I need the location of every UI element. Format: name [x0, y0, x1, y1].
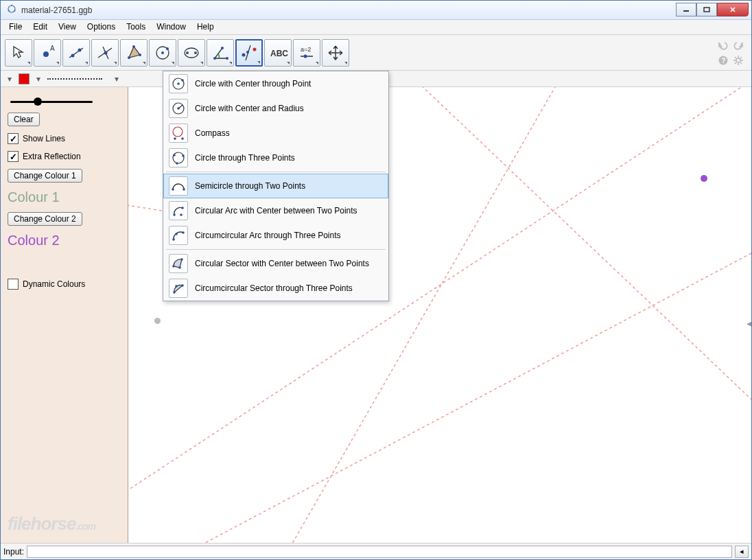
svg-point-26	[213, 57, 216, 60]
svg-text:A: A	[50, 45, 55, 52]
tool-slider[interactable]: a=2	[293, 39, 320, 67]
menu-help[interactable]: Help	[191, 20, 220, 34]
change-colour-1-button[interactable]: Change Colour 1	[8, 169, 82, 183]
show-lines-checkbox[interactable]: Show Lines	[8, 133, 121, 144]
svg-point-19	[139, 54, 141, 56]
dd-label: Circumcircular Sector through Three Poin…	[195, 283, 353, 293]
menu-file[interactable]: File	[3, 20, 27, 34]
tool-point[interactable]: A	[34, 39, 61, 67]
svg-point-31	[253, 47, 257, 51]
svg-line-45	[740, 62, 742, 64]
change-colour-2-button[interactable]: Change Colour 2	[8, 212, 82, 226]
dd-circumcircular-sector[interactable]: Circumcircular Sector through Three Poin…	[163, 276, 388, 301]
menu-tools[interactable]: Tools	[121, 20, 151, 34]
svg-point-0	[8, 5, 15, 12]
circle-tools-dropdown: Circle with Center through Point Circle …	[163, 71, 389, 301]
tool-line[interactable]	[62, 39, 90, 67]
svg-point-2	[14, 10, 15, 11]
side-panel-toggle-icon[interactable]: ◂	[745, 315, 751, 331]
menu-window[interactable]: Window	[151, 20, 191, 34]
linestyle-dropdown-icon[interactable]: ▾	[112, 74, 121, 84]
extra-reflection-label: Extra Reflection	[23, 152, 81, 161]
svg-point-22	[166, 47, 169, 50]
menu-view[interactable]: View	[53, 20, 82, 34]
app-window: material-27651.ggb File Edit View Option…	[0, 0, 752, 560]
color-swatch[interactable]	[19, 73, 30, 84]
svg-point-11	[71, 54, 75, 57]
svg-line-52	[402, 87, 751, 399]
circle-center-point-icon	[169, 74, 188, 93]
dd-circular-arc[interactable]: Circular Arc with Center between Two Poi…	[163, 198, 388, 223]
dd-circle-center-point[interactable]: Circle with Center through Point	[163, 71, 388, 96]
input-toggle-icon[interactable]: ◂	[735, 546, 749, 558]
menu-edit[interactable]: Edit	[27, 20, 53, 34]
svg-point-24	[186, 51, 189, 54]
dd-circle-three-points[interactable]: Circle through Three Points	[163, 145, 388, 170]
tool-perpendicular[interactable]	[91, 39, 119, 67]
slider-thumb[interactable]	[34, 97, 42, 106]
dd-semicircle[interactable]: Semicircle through Two Points	[163, 174, 388, 198]
menubar: File Edit View Options Tools Window Help	[1, 20, 751, 35]
dd-circumcircular-arc[interactable]: Circumcircular Arc through Three Points	[163, 223, 388, 248]
svg-point-30	[242, 53, 246, 56]
svg-point-73	[182, 231, 185, 234]
svg-point-78	[175, 285, 178, 288]
tool-circle[interactable]	[149, 39, 176, 67]
point-colour2[interactable]	[701, 175, 707, 182]
toolbar: A ABC a=2 ?	[1, 35, 751, 71]
linestyle-picker[interactable]	[47, 75, 108, 83]
redo-icon[interactable]	[732, 39, 744, 51]
color-dropdown-icon[interactable]: ▾	[34, 74, 43, 84]
maximize-button[interactable]	[696, 3, 717, 16]
svg-line-47	[740, 57, 742, 58]
circle-three-points-icon	[169, 148, 188, 167]
svg-point-68	[180, 213, 183, 216]
menu-options[interactable]: Options	[82, 20, 121, 34]
dynamic-colours-checkbox[interactable]: Dynamic Colours	[8, 279, 121, 290]
tool-polygon[interactable]	[120, 39, 148, 67]
svg-point-77	[173, 291, 176, 294]
tool-text[interactable]: ABC	[264, 39, 292, 67]
dd-circle-center-radius[interactable]: Circle with Center and Radius	[163, 96, 388, 121]
tool-reflect[interactable]	[235, 39, 263, 67]
help-icon[interactable]: ?	[717, 54, 729, 67]
svg-point-71	[172, 238, 175, 241]
tool-move[interactable]	[5, 39, 32, 67]
settings-icon[interactable]	[732, 54, 744, 67]
checkbox-icon	[8, 151, 19, 162]
svg-point-74	[178, 266, 181, 269]
stylebar-expand-icon[interactable]: ▾	[5, 74, 14, 84]
svg-point-59	[173, 127, 183, 137]
tool-move-graphics[interactable]	[322, 39, 349, 67]
circle-center-radius-icon	[169, 99, 188, 118]
dd-compass[interactable]: Compass	[163, 121, 388, 145]
dynamic-colours-label: Dynamic Colours	[23, 279, 85, 289]
point-grey[interactable]	[154, 318, 161, 324]
svg-point-60	[174, 137, 176, 140]
compass-icon	[169, 124, 188, 143]
minimize-button[interactable]	[676, 3, 696, 16]
checkbox-icon	[8, 133, 19, 144]
close-button[interactable]	[717, 3, 749, 16]
svg-line-46	[735, 62, 736, 64]
svg-rect-5	[704, 8, 709, 12]
svg-text:ABC: ABC	[270, 49, 288, 58]
dd-label: Circular Arc with Center between Two Poi…	[195, 206, 357, 215]
svg-point-21	[161, 51, 164, 54]
extra-reflection-checkbox[interactable]: Extra Reflection	[8, 151, 121, 162]
undo-icon[interactable]	[717, 39, 729, 51]
dd-label: Circle with Center through Point	[195, 79, 311, 89]
tool-ellipse[interactable]	[178, 39, 205, 67]
circular-arc-icon	[169, 201, 188, 220]
checkbox-icon	[8, 279, 19, 290]
clear-button[interactable]: Clear	[8, 113, 40, 126]
svg-point-36	[304, 54, 307, 58]
tool-angle[interactable]	[207, 39, 234, 67]
input-label: Input:	[3, 547, 24, 557]
dd-circular-sector[interactable]: Circular Sector with Center between Two …	[163, 251, 388, 276]
input-field[interactable]	[27, 546, 732, 558]
slider[interactable]	[10, 101, 93, 103]
svg-point-63	[173, 154, 176, 156]
svg-point-1	[11, 5, 12, 6]
svg-point-65	[176, 162, 178, 165]
